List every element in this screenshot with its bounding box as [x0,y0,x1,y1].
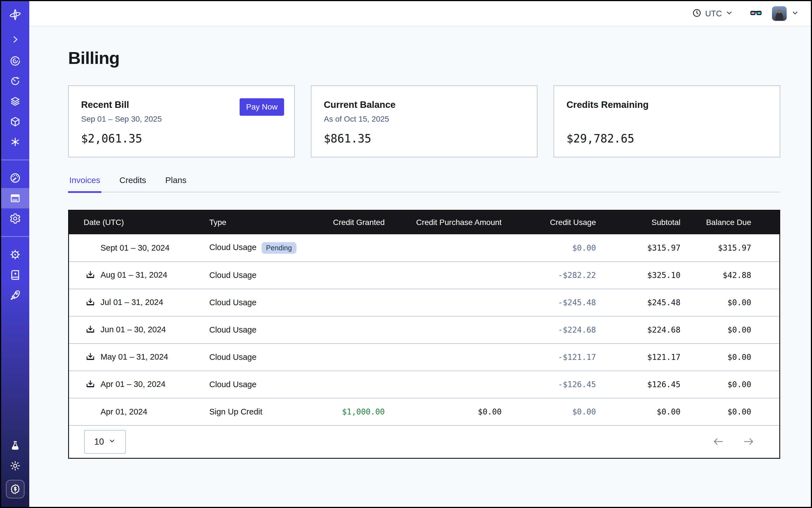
sidebar-item-theme[interactable] [1,456,29,476]
invoice-date-cell: Apr 01 – 30, 2024 [69,371,204,398]
invoice-type-cell: Cloud Usage [204,344,310,371]
card-subtitle [566,115,767,125]
flask-icon [9,440,21,451]
sidebar-divider [1,236,29,237]
column-header-subtotal: Subtotal [605,211,689,234]
pay-now-button[interactable]: Pay Now [240,98,284,116]
invoice-type-cell: Cloud Usage [204,289,310,316]
credit-purchase-value: $0.00 [478,407,502,417]
card-subtitle: As of Oct 15, 2025 [324,115,524,125]
tab-credits[interactable]: Credits [118,175,147,192]
summary-cards: Recent Bill Sep 01 – Sep 30, 2025 $2,061… [68,85,780,158]
credit-purchase-cell [394,371,510,398]
current-balance-card: Current Balance As of Oct 15, 2025 $861.… [311,85,538,158]
subtotal-cell: $224.68 [605,316,689,344]
sidebar-logo[interactable] [1,1,29,28]
topbar: UTC [29,1,811,27]
sidebar-item-billing[interactable] [1,188,29,208]
tab-invoices[interactable]: Invoices [68,175,101,192]
download-invoice-button[interactable] [85,352,100,363]
reader-mode-button[interactable] [750,6,762,20]
invoice-date: Sept 01 – 30, 2024 [100,243,170,252]
sidebar-item-quickstart[interactable] [1,285,29,305]
credit-granted-value: $1,000.00 [342,407,385,417]
credit-granted-cell [310,371,394,398]
content-column: UTC [29,1,811,507]
credit-usage-value: -$121.17 [558,352,596,362]
table-row: May 01 – 31, 2024Cloud Usage-$121.17$121… [69,344,779,371]
orbit-logo-icon [9,8,22,21]
invoice-type: Cloud Usage [209,380,256,389]
sidebar-item-credits-badge[interactable] [6,480,25,499]
sidebar-item-history[interactable] [1,71,29,91]
next-page-button[interactable] [743,437,754,447]
balance-due-cell: $0.00 [689,344,779,371]
subtotal-cell: $126.45 [605,371,689,398]
recent-bill-card: Recent Bill Sep 01 – Sep 30, 2025 $2,061… [68,85,295,158]
table-row: Sept 01 – 30, 2024Cloud UsagePending$0.0… [69,234,779,262]
sidebar-item-cube[interactable] [1,112,29,132]
credit-granted-cell [310,289,394,316]
invoice-type-cell: Cloud Usage [204,262,310,289]
status-badge: Pending [262,242,296,254]
rocket-icon [9,289,21,301]
invoice-date-cell: Aug 01 – 31, 2024 [69,262,204,289]
sidebar-item-usage[interactable] [1,168,29,188]
user-menu[interactable] [772,6,799,21]
credit-granted-cell [310,234,394,262]
sidebar-item-labs[interactable] [1,435,29,456]
sidebar-item-layers[interactable] [1,91,29,112]
subtotal-cell: $245.48 [605,289,689,316]
download-icon [85,297,96,308]
credit-purchase-cell [394,289,510,316]
download-icon [85,379,96,390]
column-header-balance-due: Balance Due [689,211,779,234]
sidebar-collapse-button[interactable] [1,28,29,51]
credit-granted-cell [310,344,394,371]
subtotal-cell: $121.17 [605,344,689,371]
billing-card-icon [9,192,21,204]
credit-purchase-cell: $0.00 [394,398,510,425]
page-size-select[interactable]: 10 [84,430,126,454]
column-header-date: Date (UTC) [69,211,204,234]
sun-icon [9,460,21,471]
invoice-type: Cloud Usage [209,270,256,280]
invoice-date-cell: Jun 01 – 30, 2024 [69,316,204,344]
balance-due-cell: $0.00 [689,316,779,344]
previous-page-button[interactable] [713,437,724,447]
timezone-selector[interactable]: UTC [692,8,733,19]
arrow-right-icon [743,437,754,447]
download-invoice-button[interactable] [85,325,100,335]
sidebar-item-iris[interactable] [1,51,29,71]
sidebar-item-settings[interactable] [1,208,29,229]
download-icon [85,325,96,335]
book-sparkle-icon [9,269,21,281]
gauge-icon [9,172,21,184]
card-title: Credits Remaining [566,99,767,110]
sidebar-item-docs[interactable] [1,265,29,285]
download-invoice-button[interactable] [85,270,100,281]
invoice-date: Apr 01, 2024 [100,407,147,416]
tab-plans[interactable]: Plans [164,175,187,192]
credits-remaining-card: Credits Remaining $29,782.65 [554,85,780,158]
balance-due-cell: $0.00 [689,398,779,425]
card-title: Current Balance [324,99,524,110]
credit-purchase-cell [394,234,510,262]
download-icon [85,270,96,281]
download-icon [85,352,96,363]
page-size-value: 10 [94,437,104,447]
credit-purchase-cell [394,344,510,371]
credit-granted-cell: $1,000.00 [310,398,394,425]
download-invoice-button[interactable] [85,297,100,308]
sidebar-item-support[interactable] [1,245,29,265]
sidebar-item-asterisk[interactable] [1,132,29,152]
subtotal-value: $126.45 [647,380,681,389]
download-invoice-button[interactable] [85,379,100,390]
credit-usage-value: -$282.22 [558,270,596,280]
credit-usage-value: -$224.68 [558,325,596,335]
subtotal-cell: $325.10 [605,262,689,289]
invoice-type: Cloud Usage [209,243,256,252]
invoice-type-cell: Cloud UsagePending [204,234,310,262]
table-header-row: Date (UTC) Type Credit Granted Credit Pu… [69,211,779,234]
credit-usage-cell: -$126.45 [511,371,605,398]
